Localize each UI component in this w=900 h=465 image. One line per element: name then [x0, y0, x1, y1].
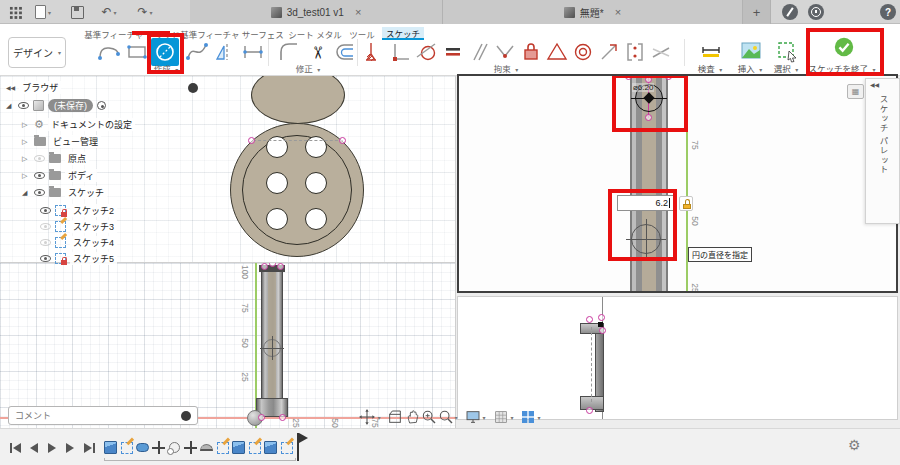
timeline-feature-revolve[interactable]: [199, 440, 214, 455]
sketch-palette-panel[interactable]: ◀◀ スケッチ パレット: [865, 78, 900, 224]
zoom-dropdown-icon[interactable]: ▾: [452, 408, 460, 426]
visibility-eye-icon[interactable]: [34, 155, 45, 162]
expand-icon[interactable]: ◢: [6, 102, 14, 110]
browser-row-origin[interactable]: ▷ 原点: [22, 151, 89, 166]
timeline-go-end-button[interactable]: [84, 443, 95, 453]
workspace-selector[interactable]: デザイン▾: [8, 37, 66, 68]
finish-sketch-icon[interactable]: [831, 34, 857, 60]
orbit-icon[interactable]: [358, 408, 376, 426]
undo-icon[interactable]: ↶▾: [96, 0, 122, 24]
root-document-label[interactable]: (未保存): [48, 99, 93, 112]
close-tab-icon[interactable]: ×: [615, 6, 621, 18]
extensions-icon[interactable]: [780, 0, 800, 24]
inspect-button[interactable]: 検査 ▾: [690, 62, 730, 74]
concentric-constraint-icon[interactable]: [570, 39, 596, 65]
document-tab-2[interactable]: 無題* ×: [443, 0, 743, 24]
timeline-feature-extrude[interactable]: [231, 440, 246, 455]
equal-constraint-icon[interactable]: [440, 39, 466, 65]
sketch-point[interactable]: [645, 76, 652, 83]
inspect-icon[interactable]: [698, 38, 724, 64]
constraints-dropdown[interactable]: 拘束 ▾: [486, 62, 526, 74]
browser-row-sketch5[interactable]: スケッチ5: [40, 251, 117, 266]
expand-icon[interactable]: ◢: [22, 189, 30, 197]
sketch-point[interactable]: [248, 137, 255, 144]
timeline-feature-extrude[interactable]: [103, 440, 118, 455]
browser-row-views[interactable]: ▷ ビュー管理: [22, 134, 101, 149]
perpendicular-constraint-icon[interactable]: [388, 39, 414, 65]
slot-tool-icon[interactable]: [240, 39, 266, 65]
sketch-point[interactable]: [645, 114, 652, 121]
grid-dropdown-icon[interactable]: ▾: [508, 408, 516, 426]
timeline-feature-joint[interactable]: [167, 440, 182, 455]
create-dropdown[interactable]: 作成 ▾: [146, 62, 186, 74]
comment-bar[interactable]: コメント: [8, 406, 198, 425]
select-button[interactable]: 選択 ▾: [766, 62, 806, 74]
modify-dropdown[interactable]: 修正 ▾: [288, 62, 328, 74]
sketch-point[interactable]: [665, 74, 672, 80]
select-icon[interactable]: [774, 38, 800, 64]
job-status-icon[interactable]: [806, 0, 826, 24]
close-tab-icon[interactable]: ×: [355, 6, 361, 18]
expand-icon[interactable]: ▷: [22, 172, 30, 180]
sketch-point[interactable]: [339, 137, 346, 144]
visibility-eye-icon[interactable]: [40, 207, 51, 214]
timeline-feature-sketch[interactable]: [215, 440, 230, 455]
collapse-panel-icon[interactable]: ◀◀: [870, 81, 879, 88]
visibility-eye-icon[interactable]: [40, 223, 51, 230]
visibility-eye-icon[interactable]: [34, 172, 45, 179]
expand-icon[interactable]: ▷: [22, 121, 30, 129]
timeline-gear-icon[interactable]: ⚙: [848, 437, 861, 453]
offset-tool-icon[interactable]: [332, 39, 358, 65]
zoom-icon[interactable]: [420, 408, 438, 426]
sketch-circle-small[interactable]: [263, 339, 281, 357]
spline-tool-icon[interactable]: [184, 39, 210, 65]
timeline-playhead-flag[interactable]: [299, 433, 308, 443]
sketch-point[interactable]: [279, 414, 286, 421]
midpoint-constraint-icon[interactable]: [622, 39, 648, 65]
sketch-point[interactable]: [277, 263, 284, 270]
sketch-point[interactable]: [598, 314, 605, 321]
visibility-eye-icon[interactable]: [34, 189, 45, 196]
redo-icon[interactable]: ↷▾: [132, 0, 158, 24]
visibility-eye-icon[interactable]: [40, 255, 51, 262]
app-menu-icon[interactable]: [6, 0, 24, 24]
sketch-point[interactable]: [599, 327, 606, 334]
finish-sketch-button[interactable]: スケッチを終了 ▾: [806, 62, 878, 74]
insert-icon[interactable]: [738, 38, 764, 64]
look-at-icon[interactable]: [386, 408, 404, 426]
viewport-layout-dropdown-icon[interactable]: ▾: [535, 408, 543, 426]
activate-radio-icon[interactable]: [97, 101, 106, 110]
dimension-input[interactable]: 6.2: [617, 195, 674, 211]
orbit-dropdown-icon[interactable]: ▾: [375, 408, 383, 426]
browser-row-sketch4[interactable]: スケッチ4: [40, 235, 117, 250]
panel-options-icon[interactable]: [188, 83, 198, 93]
timeline-feature-move[interactable]: [151, 440, 166, 455]
insert-button[interactable]: 挿入 ▾: [730, 62, 770, 74]
expand-icon[interactable]: ▷: [22, 155, 30, 163]
timeline-feature-fillet[interactable]: [135, 440, 150, 455]
timeline-feature-sketch[interactable]: [279, 440, 294, 455]
display-dropdown-icon[interactable]: ▾: [480, 408, 488, 426]
viewport-bottom-left[interactable]: 100 75 50 25 25 50 75: [0, 263, 456, 428]
browser-row-sketch2[interactable]: スケッチ2: [40, 203, 117, 218]
file-menu-icon[interactable]: ▾: [30, 0, 56, 24]
timeline-step-back-button[interactable]: [30, 443, 38, 453]
timeline-play-button[interactable]: [48, 443, 56, 453]
timeline-feature-sketch[interactable]: [247, 440, 262, 455]
document-tab-1[interactable]: 3d_test01 v1 ×: [190, 0, 443, 24]
browser-row-sketch3[interactable]: スケッチ3: [40, 219, 117, 234]
help-icon[interactable]: ?: [878, 0, 898, 24]
expand-icon[interactable]: ▷: [22, 138, 30, 146]
palette-grid-button[interactable]: ▦: [847, 84, 864, 99]
timeline-go-start-button[interactable]: [10, 443, 21, 453]
sketch-circle-preview[interactable]: [631, 224, 661, 254]
collapse-panel-icon[interactable]: ◀◀: [6, 84, 15, 91]
polygon-constraint-icon[interactable]: [544, 39, 570, 65]
browser-root-row[interactable]: ◢ (未保存): [6, 98, 106, 113]
browser-row-bodies[interactable]: ▷ ボディ: [22, 168, 97, 183]
sketch-point[interactable]: [586, 407, 593, 414]
browser-row-settings[interactable]: ▷ ⚙ ドキュメントの設定: [22, 117, 135, 132]
visibility-eye-icon[interactable]: [18, 102, 29, 109]
sketch-point-selected[interactable]: [598, 322, 603, 327]
timeline-feature-extrude[interactable]: [263, 440, 278, 455]
